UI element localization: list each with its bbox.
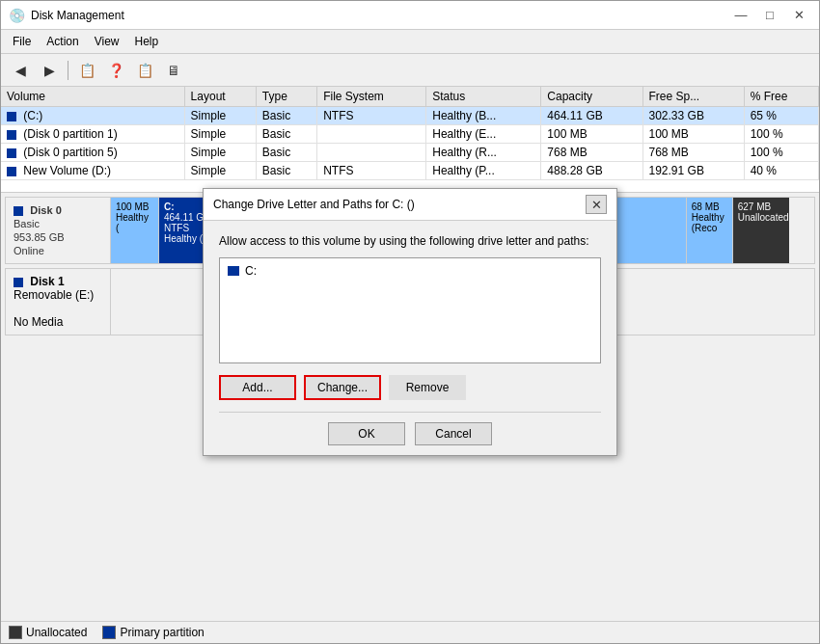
dialog-titlebar: Change Drive Letter and Paths for C: () …: [204, 189, 616, 221]
path-listbox[interactable]: C:: [219, 257, 601, 363]
add-button[interactable]: Add...: [219, 375, 296, 400]
dialog: Change Drive Letter and Paths for C: () …: [203, 188, 617, 456]
ok-button[interactable]: OK: [328, 422, 405, 445]
dialog-body: Allow access to this volume by using the…: [204, 221, 616, 455]
remove-button[interactable]: Remove: [389, 375, 466, 400]
dialog-description: Allow access to this volume by using the…: [219, 234, 601, 248]
dialog-ok-cancel: OK Cancel: [219, 412, 601, 445]
dialog-title: Change Drive Letter and Paths for C: (): [213, 198, 415, 211]
change-button[interactable]: Change...: [304, 375, 381, 400]
dialog-action-buttons: Add... Change... Remove: [219, 375, 601, 400]
path-item-text: C:: [245, 264, 257, 278]
dialog-overlay: Change Drive Letter and Paths for C: () …: [0, 0, 820, 644]
path-item: C:: [224, 262, 596, 280]
cancel-button[interactable]: Cancel: [415, 422, 492, 445]
path-item-icon: [228, 266, 239, 276]
dialog-close-button[interactable]: ✕: [586, 195, 607, 214]
